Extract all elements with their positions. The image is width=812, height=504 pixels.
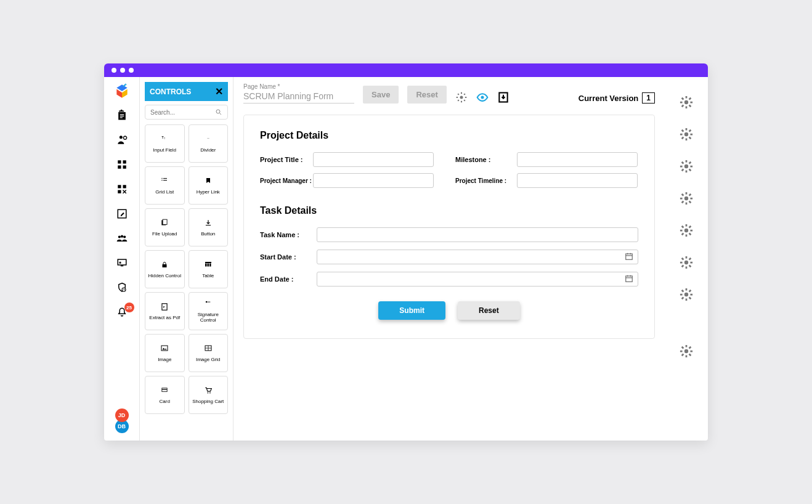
svg-rect-35	[163, 264, 167, 267]
tile-signature[interactable]: Signature Control	[189, 292, 229, 330]
tile-shopping-cart[interactable]: Shopping Cart	[189, 376, 229, 414]
avatar[interactable]: JD	[115, 408, 129, 422]
svg-rect-5	[120, 116, 124, 116]
search-input[interactable]	[150, 109, 200, 116]
tile-label: Button	[201, 232, 215, 237]
milestone-label: Milestone :	[455, 156, 517, 163]
svg-rect-36	[205, 262, 211, 263]
svg-rect-30	[163, 178, 167, 179]
controls-search[interactable]	[145, 105, 228, 120]
tile-hidden-control[interactable]: Hidden Control	[145, 250, 185, 288]
svg-point-68	[684, 229, 688, 232]
gear-icon[interactable]	[680, 160, 693, 173]
svg-rect-12	[123, 166, 126, 169]
submit-button[interactable]: Submit	[378, 301, 445, 320]
shield-clock-icon[interactable]	[116, 282, 128, 294]
edit-square-icon[interactable]	[116, 208, 128, 220]
svg-point-29	[162, 177, 163, 179]
version-display: Current Version 1	[579, 92, 655, 104]
project-title-input[interactable]	[313, 152, 434, 167]
svg-point-65	[684, 132, 688, 136]
svg-rect-14	[123, 185, 126, 188]
gear-icon[interactable]	[680, 224, 693, 237]
app-logo-icon[interactable]	[114, 83, 130, 99]
controls-title: CONTROLS	[150, 87, 191, 96]
reset-button[interactable]: Reset	[407, 86, 446, 104]
svg-rect-39	[209, 263, 211, 266]
window-dot[interactable]	[112, 68, 116, 73]
start-date-input[interactable]	[317, 250, 638, 264]
gear-icon[interactable]	[680, 288, 693, 301]
svg-line-25	[220, 113, 222, 115]
svg-point-24	[216, 110, 220, 113]
gear-icon[interactable]	[680, 344, 693, 358]
svg-rect-37	[205, 263, 207, 266]
app-window: 25 JD DB CONTROLS ✕ TTInput Field Divide…	[104, 63, 708, 441]
controls-header: CONTROLS ✕	[145, 82, 228, 101]
save-button[interactable]: Save	[363, 86, 399, 104]
version-value: 1	[642, 92, 655, 104]
task-name-input[interactable]	[317, 227, 638, 242]
bell-icon[interactable]: 25	[116, 306, 128, 319]
clipboard-icon[interactable]	[116, 109, 128, 121]
svg-point-31	[162, 179, 163, 181]
tile-file-upload[interactable]: File Upload	[145, 208, 185, 246]
svg-point-52	[209, 392, 211, 393]
svg-rect-50	[162, 389, 167, 389]
svg-text:P: P	[163, 306, 165, 309]
tile-image-grid[interactable]: Image Grid	[189, 334, 229, 372]
tile-button[interactable]: Button	[189, 208, 229, 246]
page-name-input[interactable]	[243, 91, 354, 104]
eye-icon[interactable]	[476, 91, 489, 104]
project-manager-input[interactable]	[313, 173, 434, 188]
titlebar	[104, 63, 708, 77]
calendar-icon[interactable]	[625, 252, 633, 261]
project-title-label: Project Title :	[260, 156, 313, 163]
svg-point-53	[460, 96, 463, 99]
people-icon[interactable]	[116, 232, 128, 245]
end-date-input[interactable]	[317, 272, 638, 287]
svg-marker-45	[163, 348, 167, 349]
grid-broken-icon[interactable]	[116, 183, 128, 195]
tile-card[interactable]: Card	[145, 376, 185, 414]
svg-rect-10	[123, 160, 126, 163]
project-timeline-input[interactable]	[517, 173, 638, 188]
milestone-input[interactable]	[517, 152, 638, 167]
gear-icon[interactable]	[680, 96, 693, 109]
task-name-label: Task Name :	[260, 231, 317, 238]
tile-grid-list[interactable]: Grid List	[145, 166, 185, 205]
svg-rect-60	[626, 276, 633, 282]
monitor-star-icon[interactable]	[116, 257, 128, 269]
end-date-label: End Date :	[260, 275, 317, 283]
user-settings-icon[interactable]	[116, 134, 128, 146]
tile-divider[interactable]: Divider	[189, 124, 229, 163]
tile-label: Shopping Cart	[192, 399, 224, 405]
calendar-icon[interactable]	[625, 274, 633, 283]
tile-input-field[interactable]: TTInput Field	[145, 124, 185, 163]
tile-hyperlink[interactable]: Hyper Link	[189, 166, 229, 205]
svg-point-71	[684, 349, 688, 353]
gear-icon[interactable]	[680, 256, 693, 269]
svg-point-7	[119, 136, 122, 139]
tile-label: Input Field	[153, 148, 176, 153]
tile-table[interactable]: Table	[189, 250, 229, 288]
user-avatars: JD DB	[115, 408, 129, 433]
tile-extract-pdf[interactable]: PExtract as Pdf	[145, 292, 185, 330]
window-dot[interactable]	[129, 68, 134, 73]
close-icon[interactable]: ✕	[215, 86, 223, 97]
svg-point-51	[207, 392, 208, 393]
gear-icon[interactable]	[680, 128, 693, 141]
svg-text:T: T	[164, 137, 166, 140]
window-dot[interactable]	[120, 68, 125, 73]
download-icon[interactable]	[497, 91, 510, 104]
svg-rect-38	[207, 263, 209, 266]
tile-image[interactable]: Image	[145, 334, 185, 372]
section-title: Project Details	[260, 130, 638, 141]
form-reset-button[interactable]: Reset	[458, 301, 520, 320]
svg-point-67	[684, 197, 688, 200]
gear-icon[interactable]	[455, 91, 468, 104]
gear-icon[interactable]	[680, 192, 693, 205]
svg-point-17	[118, 235, 120, 238]
page-name-field: Page Name *	[243, 83, 354, 104]
grid-icon[interactable]	[116, 158, 128, 171]
